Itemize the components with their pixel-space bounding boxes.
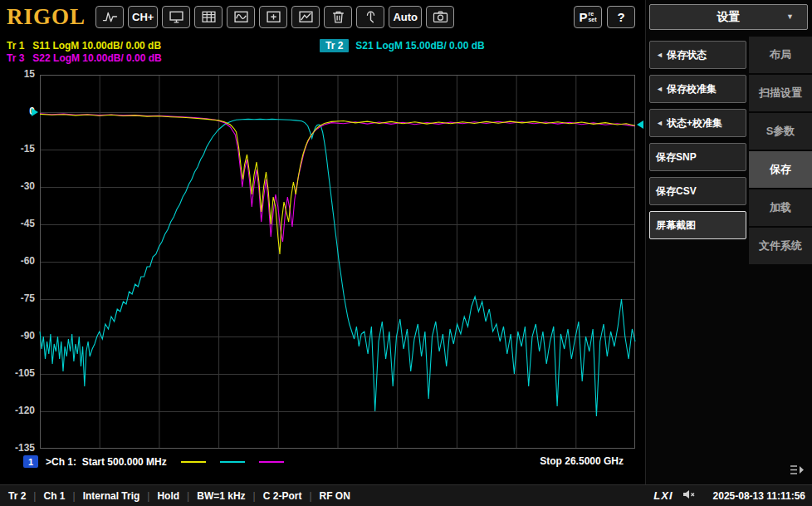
auto-scale-button[interactable]: Auto (389, 6, 422, 28)
camera-icon (433, 10, 448, 23)
y-tick-label: -75 (0, 292, 35, 304)
softkey-collapse-icon[interactable] (789, 464, 805, 479)
add-channel-button[interactable]: CH+ (128, 6, 158, 28)
lxi-indicator: LXI (653, 489, 673, 502)
start-frequency-label[interactable]: >Ch 1: Start 500.000 MHz (46, 456, 167, 468)
save-state-button-label: 保存状态 (667, 48, 707, 62)
delete-button[interactable] (324, 6, 352, 28)
speaker-muted-icon[interactable] (682, 489, 696, 502)
tab-save[interactable]: 保存 (749, 151, 812, 188)
trace3-id: Tr 3 (7, 52, 24, 64)
y-tick-label: 15 (0, 68, 35, 80)
statusbar-separator: | (187, 490, 189, 502)
tab-load[interactable]: 加载 (749, 189, 812, 226)
sidebar-menu: ◄保存状态◄保存校准集◄状态+校准集保存SNP保存CSV屏幕截图 (649, 41, 746, 239)
settings-menu-header[interactable]: 设置 ▼ (649, 4, 808, 30)
legend-line-s11 (181, 461, 206, 463)
trace-window-button[interactable] (227, 6, 255, 28)
screenshot-menu-button-label: 屏幕截图 (656, 219, 696, 233)
stop-frequency-label[interactable]: Stop 26.5000 GHz (540, 455, 624, 467)
preset-button-sublabel: reset (588, 11, 596, 22)
auto-scale-button-label: Auto (393, 11, 418, 23)
trash-icon (330, 10, 346, 23)
statusbar-item: Internal Trig (83, 490, 140, 502)
tab-file-system[interactable]: 文件系统 (749, 228, 812, 264)
y-tick-label: -120 (0, 405, 35, 416)
trace1-readout[interactable]: Tr 1 S11 LogM 10.00dB/ 0.00 dB (7, 40, 161, 52)
statusbar-right: LXI 2025-08-13 11:11:56 (653, 489, 812, 502)
statusbar-items: Tr 2|Ch 1|Internal Trig|Hold|BW=1 kHz|C … (0, 490, 350, 502)
statusbar-item: BW=1 kHz (197, 490, 245, 502)
softkey-sidebar: 设置 ▼ ◄保存状态◄保存校准集◄状态+校准集保存SNP保存CSV屏幕截图 布局… (645, 0, 812, 484)
window-trace-icon (298, 10, 314, 23)
meas-pulse-button[interactable] (95, 6, 124, 28)
statusbar-separator: | (33, 490, 36, 502)
channel-badge[interactable]: 1 (23, 455, 38, 468)
chevron-down-icon: ▼ (786, 12, 794, 21)
pulse-icon (102, 10, 118, 23)
statusbar-item: Ch 1 (43, 490, 65, 502)
y-tick-label: -105 (0, 367, 35, 379)
save-csv-button[interactable]: 保存CSV (649, 177, 746, 205)
sidebar-tabs: 布局扫描设置S参数保存加载文件系统 (749, 37, 812, 264)
trace-config-button[interactable] (291, 6, 320, 28)
preset-button[interactable]: Preset (574, 6, 602, 28)
y-tick-label: -15 (0, 143, 35, 155)
trace3-text: S22 LogM 10.00dB/ 0.00 dB (32, 52, 161, 64)
add-channel-button-label: CH+ (132, 11, 154, 23)
y-tick-label: -90 (0, 330, 35, 341)
save-snp-button[interactable]: 保存SNP (649, 143, 746, 171)
submenu-arrow-icon: ◄ (656, 51, 663, 59)
datetime-label: 2025-08-13 11:11:56 (713, 490, 805, 502)
submenu-arrow-icon: ◄ (656, 119, 663, 127)
x-axis-row: 1 >Ch 1: Start 500.000 MHz (23, 455, 284, 468)
statusbar-item: Tr 2 (8, 490, 26, 502)
help-button-label: ? (617, 10, 624, 24)
legend-line-s21 (220, 461, 245, 463)
graticule-plot (40, 75, 635, 449)
statusbar-separator: | (309, 490, 311, 502)
screenshot-menu-button[interactable]: 屏幕截图 (649, 211, 746, 239)
trace2-active-badge: Tr 2 (320, 39, 349, 52)
add-trace-button[interactable] (259, 6, 287, 28)
trace3-readout[interactable]: Tr 3 S22 LogM 10.00dB/ 0.00 dB (7, 52, 162, 64)
y-tick-label: -60 (0, 255, 35, 267)
trace2-text: S21 LogM 15.00dB/ 0.00 dB (355, 40, 484, 52)
statusbar-separator: | (73, 490, 76, 502)
help-button[interactable]: ? (607, 6, 635, 28)
save-cal-set-button-label: 保存校准集 (667, 82, 717, 96)
state-plus-cal-button-label: 状态+校准集 (667, 116, 722, 130)
save-cal-set-button[interactable]: ◄保存校准集 (649, 75, 746, 103)
trace2-readout[interactable]: Tr 2 S21 LogM 15.00dB/ 0.00 dB (320, 39, 485, 52)
display-layout-button[interactable] (162, 6, 190, 28)
screenshot-button[interactable] (426, 6, 454, 28)
trace1-text: S11 LogM 10.00dB/ 0.00 dB (32, 40, 161, 52)
tab-sweep-setup[interactable]: 扫描设置 (749, 75, 812, 111)
statusbar-item: C 2-Port (263, 490, 302, 502)
settings-title: 设置 (717, 10, 741, 25)
touch-button[interactable] (356, 6, 384, 28)
statusbar-item: Hold (157, 490, 179, 502)
window-wave-icon (233, 10, 249, 23)
statusbar-item: RF ON (320, 490, 350, 502)
toolbar-right-buttons: Preset? (574, 6, 635, 28)
tab-s-params[interactable]: S参数 (749, 113, 812, 150)
display-icon (169, 10, 184, 23)
save-csv-button-label: 保存CSV (656, 184, 697, 199)
touch-icon (363, 10, 379, 23)
table-view-button[interactable] (194, 6, 223, 28)
table-icon (201, 10, 217, 23)
save-snp-button-label: 保存SNP (656, 150, 697, 165)
state-plus-cal-button[interactable]: ◄状态+校准集 (649, 109, 746, 137)
legend-line-s22 (259, 461, 284, 463)
ref-level-marker-left (32, 108, 38, 116)
preset-button-label: P (579, 10, 587, 24)
tab-layout[interactable]: 布局 (749, 37, 812, 73)
toolbar: RIGOL CH+Auto Preset? (0, 0, 645, 33)
toolbar-buttons: CH+Auto (95, 6, 454, 28)
status-bar: Tr 2|Ch 1|Internal Trig|Hold|BW=1 kHz|C … (0, 484, 812, 506)
window-plus-icon (266, 10, 281, 23)
save-state-button[interactable]: ◄保存状态 (649, 41, 746, 69)
rigol-logo: RIGOL (7, 4, 86, 30)
vna-screen: RIGOL CH+Auto Preset? Tr 1 S11 LogM 10.0… (0, 0, 812, 506)
